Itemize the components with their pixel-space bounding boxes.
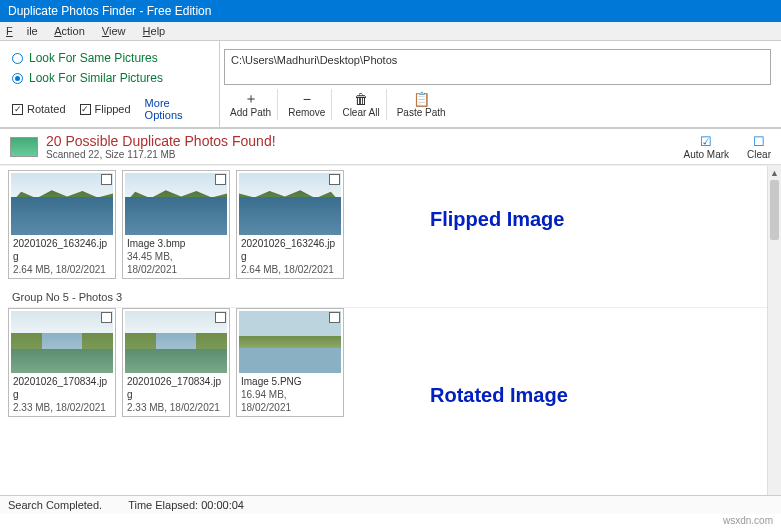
radio-label: Look For Similar Pictures <box>29 71 163 85</box>
check-label: Flipped <box>95 103 131 115</box>
thumb-meta: 2.64 MB, 18/02/2021 <box>241 263 339 276</box>
photo-thumb[interactable]: 20201026_170834.jpg2.33 MB, 18/02/2021 <box>122 308 230 417</box>
radio-similar-pictures[interactable]: Look For Similar Pictures <box>12 71 207 85</box>
annotation-flipped: Flipped Image <box>430 208 564 231</box>
annotation-rotated: Rotated Image <box>430 384 568 407</box>
photo-thumb[interactable]: 20201026_163246.jpg2.64 MB, 18/02/2021 <box>236 170 344 279</box>
group-header: Group No 5 - Photos 3 <box>8 285 773 308</box>
thumb-image <box>125 173 227 235</box>
trash-icon: 🗑 <box>354 91 368 107</box>
thumb-filename: 20201026_170834.jpg <box>127 375 225 401</box>
result-title: 20 Possible Duplicate Photos Found! <box>46 133 276 149</box>
more-options-link[interactable]: More Options <box>145 97 207 121</box>
check-icon <box>80 104 91 115</box>
results-area: 20201026_163246.jpg2.64 MB, 18/02/2021 I… <box>0 165 781 505</box>
scroll-thumb[interactable] <box>770 180 779 240</box>
thumb-filename: 20201026_163246.jpg <box>241 237 339 263</box>
thumb-checkbox[interactable] <box>215 312 226 323</box>
thumb-checkbox[interactable] <box>215 174 226 185</box>
check-label: Rotated <box>27 103 66 115</box>
status-bar: Search Completed. Time Elapsed: 00:00:04 <box>0 495 781 514</box>
radio-label: Look For Same Pictures <box>29 51 158 65</box>
window-title: Duplicate Photos Finder - Free Edition <box>8 4 211 18</box>
result-header: 20 Possible Duplicate Photos Found! Scan… <box>0 128 781 165</box>
thumb-meta: 16.94 MB, 18/02/2021 <box>241 388 339 414</box>
plus-icon: ＋ <box>244 91 258 107</box>
status-completed: Search Completed. <box>8 499 102 511</box>
path-toolbar: ＋Add Path −Remove 🗑Clear All 📋Paste Path <box>220 89 781 122</box>
thumb-image <box>11 311 113 373</box>
watermark: wsxdn.com <box>723 515 773 526</box>
checkbox-flipped[interactable]: Flipped <box>80 103 145 115</box>
clear-all-button[interactable]: 🗑Clear All <box>336 89 386 120</box>
menu-help[interactable]: Help <box>143 25 166 37</box>
status-time: Time Elapsed: 00:00:04 <box>128 499 244 511</box>
radio-same-pictures[interactable]: Look For Same Pictures <box>12 51 207 65</box>
thumb-checkbox[interactable] <box>101 174 112 185</box>
photo-thumb[interactable]: 20201026_163246.jpg2.64 MB, 18/02/2021 <box>8 170 116 279</box>
minus-icon: − <box>303 91 311 107</box>
thumb-checkbox[interactable] <box>329 174 340 185</box>
window-titlebar: Duplicate Photos Finder - Free Edition <box>0 0 781 22</box>
thumb-image <box>239 173 341 235</box>
thumb-meta: 34.45 MB, 18/02/2021 <box>127 250 225 276</box>
menubar: File Action View Help <box>0 22 781 41</box>
search-options-pane: Look For Same Pictures Look For Similar … <box>0 41 220 127</box>
thumb-image <box>11 173 113 235</box>
result-thumb-icon <box>10 137 38 157</box>
thumb-checkbox[interactable] <box>329 312 340 323</box>
photo-thumb[interactable]: Image 3.bmp34.45 MB, 18/02/2021 <box>122 170 230 279</box>
thumb-filename: Image 3.bmp <box>127 237 225 250</box>
check-icon: ☑ <box>700 134 712 149</box>
check-icon <box>12 104 23 115</box>
menu-view[interactable]: View <box>102 25 126 37</box>
vertical-scrollbar[interactable]: ▲ ▼ <box>767 166 781 505</box>
thumb-meta: 2.33 MB, 18/02/2021 <box>13 401 111 414</box>
remove-button[interactable]: −Remove <box>282 89 332 120</box>
photo-thumb[interactable]: Image 5.PNG16.94 MB, 18/02/2021 <box>236 308 344 417</box>
thumb-image <box>239 311 341 373</box>
paste-icon: 📋 <box>413 91 430 107</box>
auto-mark-button[interactable]: ☑Auto Mark <box>684 134 730 160</box>
add-path-button[interactable]: ＋Add Path <box>224 89 278 120</box>
thumb-filename: 20201026_170834.jpg <box>13 375 111 401</box>
thumb-checkbox[interactable] <box>101 312 112 323</box>
photo-thumb[interactable]: 20201026_170834.jpg2.33 MB, 18/02/2021 <box>8 308 116 417</box>
menu-file[interactable]: File <box>6 25 38 37</box>
thumb-meta: 2.64 MB, 18/02/2021 <box>13 263 111 276</box>
path-input[interactable]: C:\Users\Madhuri\Desktop\Photos <box>224 49 771 85</box>
menu-action[interactable]: Action <box>54 25 85 37</box>
result-subtitle: Scanned 22, Size 117.21 MB <box>46 149 276 160</box>
clear-button[interactable]: ☐Clear <box>747 134 771 160</box>
path-text: C:\Users\Madhuri\Desktop\Photos <box>231 54 397 66</box>
radio-icon <box>12 53 23 64</box>
radio-icon <box>12 73 23 84</box>
scroll-up-icon[interactable]: ▲ <box>768 166 781 180</box>
thumb-meta: 2.33 MB, 18/02/2021 <box>127 401 225 414</box>
thumb-filename: 20201026_163246.jpg <box>13 237 111 263</box>
thumb-filename: Image 5.PNG <box>241 375 339 388</box>
paste-path-button[interactable]: 📋Paste Path <box>391 89 452 120</box>
thumb-image <box>125 311 227 373</box>
checkbox-rotated[interactable]: Rotated <box>12 103 80 115</box>
clear-icon: ☐ <box>753 134 765 149</box>
